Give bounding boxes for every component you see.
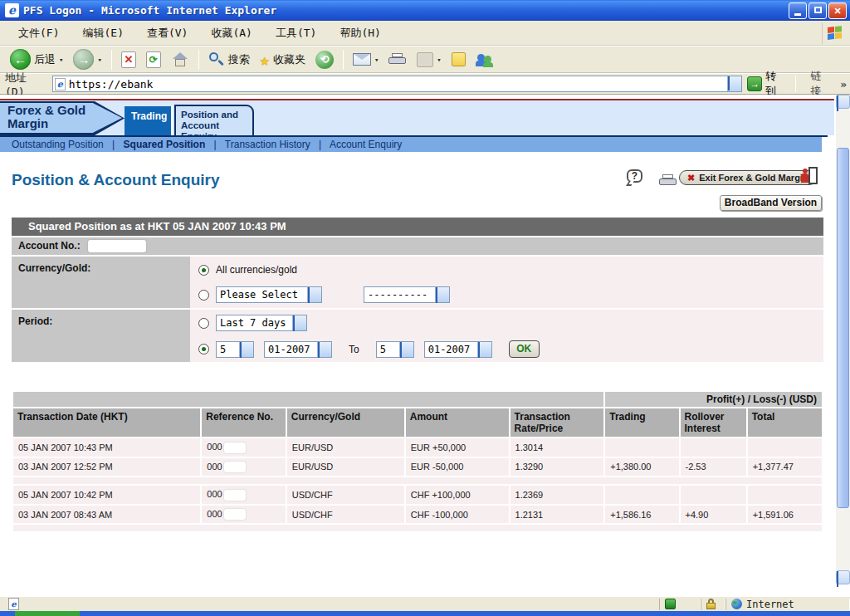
close-button[interactable]: ✕ — [828, 2, 847, 19]
status-lock-pane — [701, 599, 725, 610]
radio-all-currencies[interactable] — [198, 265, 209, 276]
chevron-down-icon[interactable] — [239, 342, 253, 357]
table-header-row: Transaction Date (HKT) Reference No. Cur… — [13, 408, 822, 437]
messenger-button[interactable] — [471, 47, 499, 72]
minimize-button[interactable] — [789, 2, 807, 19]
links-chevron-icon[interactable]: » — [840, 78, 847, 90]
home-button[interactable] — [166, 47, 194, 72]
subnav-squared-position[interactable]: Squared Position — [124, 139, 206, 150]
subnav-divider: | — [214, 139, 217, 150]
currency-select[interactable]: Please Select — [216, 286, 322, 303]
cell-rollover — [681, 486, 746, 504]
windows-logo — [822, 22, 847, 44]
to-day-value: 5 — [377, 344, 386, 355]
cell-trading: +1,380.00 — [605, 458, 678, 477]
subnav-account-enquiry[interactable]: Account Enquiry — [330, 139, 402, 150]
tab-position-account-enquiry[interactable]: Position and Account Enquiry — [174, 105, 254, 137]
scroll-down-button[interactable] — [836, 570, 850, 584]
squared-position-table: Profit(+) / Loss(-) (USD) Transaction Da… — [12, 390, 823, 533]
back-icon: ← — [10, 49, 31, 70]
chevron-down-icon[interactable] — [307, 287, 321, 302]
to-day-select[interactable]: 5 — [376, 341, 414, 358]
vertical-scrollbar[interactable] — [836, 95, 850, 584]
ie-app-icon: e — [5, 3, 19, 17]
refresh-button[interactable]: ⟳ — [141, 47, 166, 72]
squared-position-header: Squared Position as at HKT 05 JAN 2007 1… — [12, 218, 823, 236]
history-button[interactable]: ⟲ — [310, 47, 339, 72]
cell-reference: 000 — [202, 486, 285, 504]
status-main-pane: e — [0, 599, 659, 610]
to-month-select[interactable]: 01-2007 — [424, 341, 492, 358]
radio-period-range[interactable] — [198, 344, 209, 354]
forward-dropdown-icon[interactable]: ▾ — [97, 56, 101, 64]
edit-button[interactable]: ▾ — [412, 47, 446, 72]
subnav-transaction-history[interactable]: Transaction History — [225, 139, 310, 150]
pl-spacer-cell — [13, 392, 603, 407]
cell-reference: 000 — [202, 438, 285, 457]
forward-button[interactable]: → ▾ — [68, 47, 106, 72]
edit-icon — [417, 52, 433, 67]
cell-trading: +1,586.16 — [605, 506, 678, 524]
discuss-button[interactable] — [447, 47, 471, 72]
scrollbar-thumb[interactable] — [837, 148, 849, 508]
stop-button[interactable]: ✕ — [116, 47, 141, 72]
pair-select[interactable]: ---------- — [364, 286, 450, 303]
address-dropdown-button[interactable] — [727, 76, 741, 91]
profit-loss-header: Profit(+) / Loss(-) (USD) — [605, 392, 822, 407]
tab-trading[interactable]: Trading — [125, 106, 173, 135]
reference-prefix: 000 — [207, 489, 222, 499]
back-button[interactable]: ← 后退 ▾ — [5, 47, 68, 72]
back-dropdown-icon[interactable]: ▾ — [59, 56, 63, 64]
to-label: To — [349, 344, 359, 355]
subnav-divider: | — [112, 139, 115, 150]
table-spacer-row — [13, 477, 822, 484]
menu-edit[interactable]: 编辑(E) — [71, 21, 134, 46]
cell-pair: EUR/USD — [287, 438, 404, 457]
col-transaction-date: Transaction Date (HKT) — [13, 408, 200, 437]
help-icon[interactable]: ? — [627, 169, 645, 186]
chevron-down-icon[interactable] — [292, 315, 306, 330]
menu-help[interactable]: 帮助(H) — [328, 21, 392, 46]
chevron-down-icon[interactable] — [435, 287, 449, 302]
period-preset-value: Last 7 days — [217, 317, 286, 329]
currency-select-value: Please Select — [217, 289, 298, 301]
radio-period-preset[interactable] — [198, 318, 209, 329]
page-title: Position & Account Enquiry — [12, 171, 220, 189]
from-month-select[interactable]: 01-2007 — [264, 341, 332, 358]
logout-door-icon[interactable] — [800, 167, 818, 185]
filter-form: Currency/Gold: All currencies/gold Pleas… — [12, 257, 823, 362]
menu-view[interactable]: 查看(V) — [135, 21, 199, 46]
from-day-select[interactable]: 5 — [216, 341, 254, 358]
exit-forex-gold-margin-button[interactable]: ✖ Exit Forex & Gold Margin — [679, 170, 817, 185]
chevron-down-icon[interactable] — [317, 342, 331, 357]
account-label: Account No.: — [18, 240, 81, 252]
mail-button[interactable]: ▾ — [348, 47, 383, 72]
period-preset-select[interactable]: Last 7 days — [216, 315, 307, 331]
edit-dropdown-icon[interactable]: ▾ — [437, 56, 441, 64]
menu-tools[interactable]: 工具(T) — [264, 21, 328, 46]
menu-file[interactable]: 文件(F) — [7, 21, 71, 46]
menu-favorites[interactable]: 收藏(A) — [199, 21, 263, 46]
col-amount: Amount — [406, 408, 509, 437]
ok-button[interactable]: OK — [509, 340, 540, 358]
broadband-version-button[interactable]: BroadBand Version — [720, 195, 822, 211]
chevron-down-icon[interactable] — [477, 342, 491, 357]
cell-total: +1,377.47 — [748, 458, 822, 477]
chevron-down-icon[interactable] — [399, 342, 413, 357]
print-page-button[interactable] — [654, 169, 682, 193]
favorites-button[interactable]: ★ 收藏夹 — [255, 47, 310, 72]
addressbar-separator — [795, 76, 796, 92]
radio-select-currency[interactable] — [198, 290, 209, 301]
mail-dropdown-icon[interactable]: ▾ — [374, 56, 379, 64]
address-input[interactable]: e https://ebank — [52, 76, 743, 92]
search-button[interactable]: 搜索 — [203, 47, 255, 72]
update-icon — [665, 599, 676, 609]
print-button[interactable] — [383, 47, 412, 72]
currency-gold-label: Currency/Gold: — [12, 257, 190, 308]
scroll-up-button[interactable] — [836, 95, 850, 109]
restore-button[interactable] — [808, 2, 827, 19]
subnav-outstanding-position[interactable]: Outstanding Position — [12, 139, 104, 150]
reference-prefix: 000 — [207, 442, 222, 452]
period-label: Period: — [12, 310, 190, 362]
discuss-note-icon — [452, 52, 466, 66]
